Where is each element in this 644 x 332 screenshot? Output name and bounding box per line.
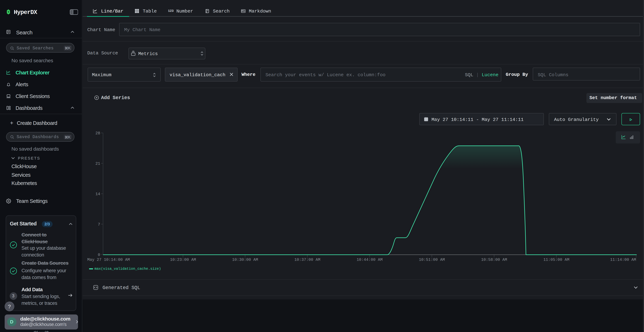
svg-text:10:30:00 AM: 10:30:00 AM bbox=[232, 258, 258, 262]
svg-text:10:23:00 AM: 10:23:00 AM bbox=[170, 258, 196, 262]
svg-text:7: 7 bbox=[98, 222, 100, 227]
svg-text:May 27 10:14:00 AM: May 27 10:14:00 AM bbox=[87, 258, 130, 262]
svg-text:14: 14 bbox=[95, 192, 100, 196]
svg-text:11:05:00 AM: 11:05:00 AM bbox=[543, 258, 569, 262]
svg-text:10:44:00 AM: 10:44:00 AM bbox=[356, 258, 382, 262]
svg-text:28: 28 bbox=[95, 131, 100, 136]
svg-text:10:58:00 AM: 10:58:00 AM bbox=[481, 258, 507, 262]
svg-text:21: 21 bbox=[95, 162, 100, 166]
svg-text:10:51:00 AM: 10:51:00 AM bbox=[418, 258, 444, 262]
svg-text:0: 0 bbox=[98, 253, 100, 257]
svg-text:10:37:00 AM: 10:37:00 AM bbox=[294, 258, 320, 262]
svg-text:11:14:00 AM: 11:14:00 AM bbox=[610, 258, 636, 262]
